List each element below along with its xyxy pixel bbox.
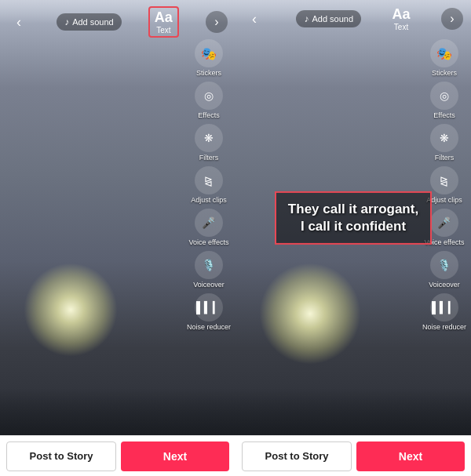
- stickers-button-left[interactable]: 🎭 Stickers: [195, 39, 223, 77]
- left-panel: ‹ ♪ Add sound Aa Text › 🎭 Stickers ◎ Eff…: [0, 0, 236, 435]
- adjust-clips-icon-right: ⧎: [430, 166, 458, 194]
- text-label-left: Text: [156, 26, 170, 35]
- text-label-right: Text: [394, 23, 408, 31]
- next-button-right[interactable]: Next: [356, 441, 465, 471]
- noise-reducer-button-right[interactable]: ▌▍▎ Noise reducer: [422, 293, 466, 331]
- top-bar-left: ‹ ♪ Add sound Aa Text ›: [0, 0, 236, 44]
- stickers-label-right: Stickers: [432, 69, 457, 77]
- right-panel: They call it arrogant, I call it confide…: [236, 0, 471, 435]
- voiceover-label-right: Voiceover: [429, 281, 460, 289]
- stickers-icon-right: 🎭: [430, 39, 458, 67]
- nav-arrow-right[interactable]: ›: [441, 8, 463, 30]
- next-label-right: Next: [399, 450, 422, 463]
- stickers-icon-left: 🎭: [195, 39, 223, 67]
- post-to-story-button-left[interactable]: Post to Story: [6, 441, 116, 471]
- filters-label-left: Filters: [199, 154, 219, 162]
- voice-effects-label-left: Voice effects: [189, 238, 229, 246]
- adjust-clips-button-right[interactable]: ⧎ Adjust clips: [426, 166, 462, 204]
- arch-bottom-right: [236, 388, 471, 435]
- next-button-left[interactable]: Next: [121, 441, 229, 471]
- adjust-clips-icon-left: ⧎: [195, 166, 223, 194]
- bottom-bar: Post to Story Next Post to Story Next: [0, 435, 471, 476]
- back-button-left[interactable]: ‹: [8, 11, 30, 33]
- adjust-clips-label-left: Adjust clips: [191, 196, 227, 204]
- adjust-clips-label-right: Adjust clips: [426, 196, 462, 204]
- next-label-left: Next: [163, 450, 187, 463]
- light-glow-left: [24, 263, 118, 357]
- post-to-story-label-right: Post to Story: [265, 450, 329, 462]
- voiceover-button-left[interactable]: 🎙️ Voiceover: [193, 251, 225, 289]
- add-sound-button-right[interactable]: ♪ Add sound: [296, 10, 361, 27]
- noise-reducer-button-left[interactable]: ▌▍▎ Noise reducer: [187, 293, 231, 331]
- caption-text: They call it arrogant, I call it confide…: [288, 201, 418, 233]
- effects-icon-right: ◎: [430, 82, 458, 110]
- nav-arrow-left[interactable]: ›: [206, 11, 228, 33]
- filters-icon-left: ❋: [195, 124, 223, 152]
- effects-button-left[interactable]: ◎ Effects: [195, 82, 223, 119]
- add-sound-label-right: Add sound: [312, 14, 353, 24]
- sidebar-icons-right: 🎭 Stickers ◎ Effects ❋ Filters ⧎ Adjust …: [422, 39, 466, 331]
- arch-bottom-left: [0, 388, 236, 435]
- bottom-half-right: Post to Story Next: [236, 436, 471, 476]
- effects-label-left: Effects: [198, 111, 219, 119]
- post-to-story-label-left: Post to Story: [30, 450, 93, 462]
- text-aa-left: Aa: [155, 9, 173, 26]
- add-sound-button-left[interactable]: ♪ Add sound: [57, 13, 122, 31]
- stickers-button-right[interactable]: 🎭 Stickers: [430, 39, 458, 77]
- effects-button-right[interactable]: ◎ Effects: [430, 82, 458, 119]
- text-button-left[interactable]: Aa Text: [148, 6, 179, 38]
- voice-effects-icon-left: 🎤: [195, 209, 223, 237]
- filters-button-left[interactable]: ❋ Filters: [195, 124, 223, 162]
- main-content: ‹ ♪ Add sound Aa Text › 🎭 Stickers ◎ Eff…: [0, 0, 471, 435]
- filters-icon-right: ❋: [430, 124, 458, 152]
- text-button-right[interactable]: Aa Text: [392, 6, 411, 31]
- filters-button-right[interactable]: ❋ Filters: [430, 124, 458, 162]
- noise-reducer-label-left: Noise reducer: [187, 323, 231, 331]
- back-button-right[interactable]: ‹: [243, 8, 265, 30]
- music-icon-left: ♪: [64, 16, 69, 27]
- voiceover-label-left: Voiceover: [193, 281, 225, 289]
- light-glow-right: [259, 263, 361, 365]
- noise-reducer-label-right: Noise reducer: [422, 323, 466, 331]
- effects-icon-left: ◎: [195, 82, 223, 110]
- filters-label-right: Filters: [435, 154, 455, 162]
- stickers-label-left: Stickers: [196, 69, 221, 77]
- post-to-story-button-right[interactable]: Post to Story: [242, 441, 352, 471]
- adjust-clips-button-left[interactable]: ⧎ Adjust clips: [191, 166, 227, 204]
- text-aa-right: Aa: [392, 6, 411, 23]
- add-sound-label-left: Add sound: [72, 17, 114, 27]
- noise-reducer-icon-right: ▌▍▎: [430, 293, 458, 322]
- caption-overlay[interactable]: They call it arrogant, I call it confide…: [275, 191, 432, 244]
- voice-effects-icon-right: 🎤: [430, 209, 458, 237]
- voiceover-button-right[interactable]: 🎙️ Voiceover: [429, 251, 460, 289]
- voiceover-icon-right: 🎙️: [430, 251, 458, 279]
- music-icon-right: ♪: [304, 13, 309, 24]
- noise-reducer-icon-left: ▌▍▎: [195, 293, 223, 322]
- top-bar-right: ‹ ♪ Add sound Aa Text ›: [236, 0, 471, 38]
- sidebar-icons-left: 🎭 Stickers ◎ Effects ❋ Filters ⧎ Adjust …: [187, 39, 231, 331]
- voice-effects-button-left[interactable]: 🎤 Voice effects: [189, 209, 229, 246]
- voiceover-icon-left: 🎙️: [195, 251, 223, 279]
- effects-label-right: Effects: [433, 111, 455, 119]
- bottom-half-left: Post to Story Next: [0, 436, 236, 476]
